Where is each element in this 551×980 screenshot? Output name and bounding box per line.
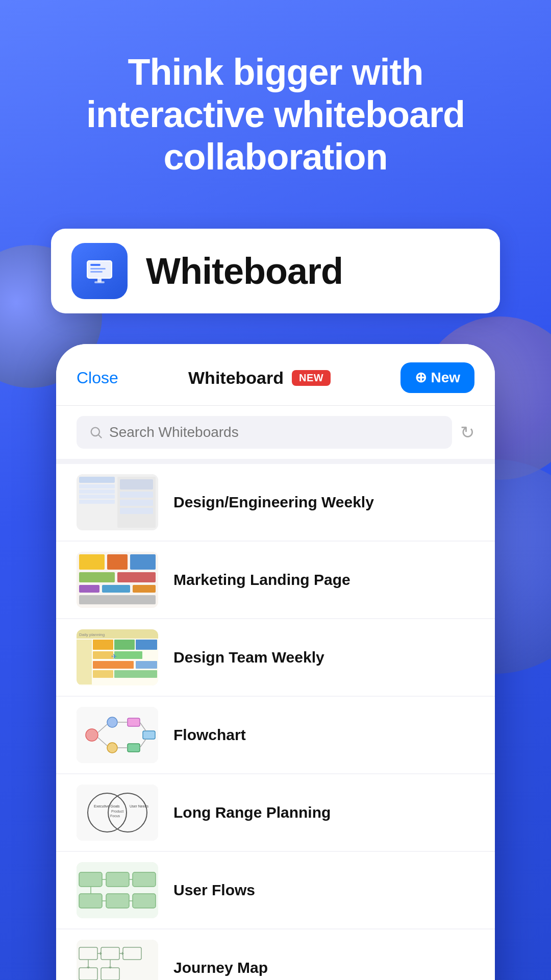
svg-rect-16 [120,492,153,498]
svg-rect-18 [120,508,153,514]
app-name: Whiteboard [146,250,343,292]
svg-rect-35 [136,640,157,650]
item-label-design-engineering: Design/Engineering Weekly [173,494,374,511]
svg-text:User Needs: User Needs [130,804,148,808]
close-button[interactable]: Close [77,369,118,387]
hero-title: Think bigger with interactive whiteboard… [41,51,510,178]
svg-rect-38 [93,661,134,669]
thumbnail-design-engineering [77,474,158,530]
app-badge: Whiteboard [51,229,500,313]
svg-rect-47 [128,718,140,726]
svg-rect-3 [90,268,106,270]
item-label-design-team: Design Team Weekly [173,649,324,666]
list-item[interactable]: Journey Map [56,929,495,980]
svg-text:Focus: Focus [110,814,120,818]
new-button-label: New [431,370,460,386]
svg-rect-48 [128,744,140,752]
svg-rect-32 [77,640,92,684]
svg-rect-22 [130,554,156,570]
svg-rect-37 [114,651,142,659]
svg-rect-25 [79,585,99,593]
svg-rect-17 [120,500,153,506]
svg-rect-26 [102,585,130,593]
svg-point-46 [107,743,117,753]
phone-wrap: Close Whiteboard NEW ⊕ New ↻ [0,344,551,980]
new-badge: NEW [292,370,331,386]
svg-rect-66 [133,872,156,887]
svg-rect-15 [120,479,153,489]
item-label-long-range: Long Range Planning [173,804,331,821]
svg-rect-6 [94,281,105,283]
list-item[interactable]: Flowchart [56,697,495,773]
new-button[interactable]: ⊕ New [400,362,474,393]
svg-rect-41 [114,670,157,678]
svg-rect-49 [143,731,155,739]
svg-rect-2 [90,264,101,266]
svg-rect-34 [114,640,135,650]
svg-rect-24 [117,572,156,582]
svg-rect-36 [93,651,113,659]
svg-rect-64 [79,872,102,887]
search-input[interactable] [109,424,440,440]
plus-icon: ⊕ [415,371,427,385]
svg-rect-12 [79,495,115,499]
svg-rect-69 [133,894,156,908]
svg-rect-39 [136,661,157,669]
svg-rect-23 [79,572,115,582]
thumbnail-journey-map [77,940,158,980]
svg-rect-11 [79,489,115,494]
search-icon [89,425,103,439]
list-item[interactable]: Daily planning ✈ [56,619,495,696]
search-input-wrap [77,416,452,449]
svg-rect-33 [93,640,113,650]
svg-rect-20 [79,554,105,570]
thumbnail-design-team: Daily planning ✈ [77,629,158,685]
svg-text:Daily planning: Daily planning [79,632,105,637]
svg-rect-13 [79,500,115,504]
thumbnail-flowchart [77,707,158,763]
app-icon [71,243,128,299]
phone-mockup: Close Whiteboard NEW ⊕ New ↻ [56,344,495,980]
svg-text:Executive Goals: Executive Goals [94,804,120,808]
svg-text:✈: ✈ [111,652,117,660]
svg-rect-9 [79,477,115,483]
whiteboard-list: Design/Engineering Weekly [56,459,495,980]
svg-point-45 [107,717,117,727]
thumbnail-user-flows [77,862,158,918]
header-center: Whiteboard NEW [188,368,331,388]
list-item[interactable]: User Flows [56,852,495,928]
svg-rect-40 [93,670,113,678]
svg-text:Product: Product [111,810,123,813]
svg-rect-67 [79,894,102,908]
phone-header: Close Whiteboard NEW ⊕ New [56,344,495,406]
svg-rect-4 [90,271,103,273]
thumbnail-marketing [77,552,158,608]
list-item[interactable]: Executive Goals Product Focus User Needs… [56,774,495,851]
svg-rect-28 [79,595,156,604]
refresh-icon[interactable]: ↻ [460,422,474,443]
hero-section: Think bigger with interactive whiteboard… [0,0,551,208]
svg-point-44 [86,729,98,741]
svg-rect-27 [133,585,156,593]
svg-rect-10 [79,484,115,488]
search-bar: ↻ [56,406,495,459]
list-item[interactable]: Marketing Landing Page [56,542,495,618]
item-label-user-flows: User Flows [173,881,255,899]
whiteboard-icon-svg [83,255,116,287]
list-item[interactable]: Design/Engineering Weekly [56,464,495,541]
svg-rect-63 [77,862,158,918]
svg-rect-21 [107,554,128,570]
item-label-marketing: Marketing Landing Page [173,571,350,589]
svg-rect-65 [106,872,129,887]
svg-rect-68 [106,894,129,908]
thumbnail-long-range: Executive Goals Product Focus User Needs [77,785,158,841]
item-label-flowchart: Flowchart [173,726,246,744]
item-label-journey-map: Journey Map [173,959,268,976]
whiteboard-title: Whiteboard [188,368,284,388]
